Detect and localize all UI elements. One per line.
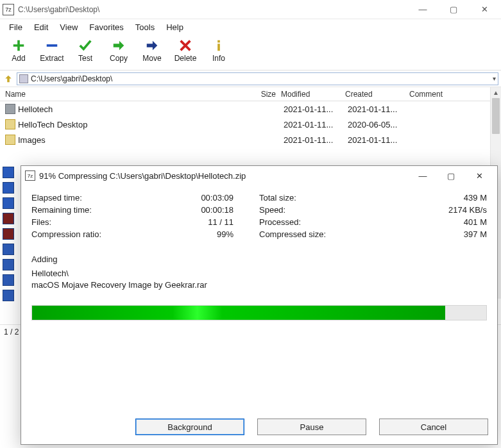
desktop-side-icons (3, 167, 14, 301)
elapsed-label: Elapsed time: (31, 193, 82, 203)
compressed-label: Compressed size: (259, 229, 326, 239)
x-icon (178, 38, 193, 53)
maximize-button[interactable]: ▢ (439, 1, 468, 19)
toolbar-test[interactable]: Test (69, 37, 101, 63)
elapsed-value: 00:03:09 (201, 193, 259, 203)
toolbar-add[interactable]: Add (3, 37, 35, 63)
col-comment[interactable]: Comment (409, 90, 501, 99)
folder-icon (5, 104, 15, 114)
processed-label: Processed: (259, 217, 301, 227)
disk-icon (19, 74, 28, 83)
toolbar-add-label: Add (12, 54, 25, 63)
col-name[interactable]: Name (0, 90, 250, 99)
files-label: Files: (31, 217, 51, 227)
file-icon (3, 290, 14, 301)
window-title: C:\Users\gabri\Desktop\ (18, 5, 409, 14)
toolbar-test-label: Test (78, 54, 92, 63)
compressed-value: 397 M (464, 229, 487, 239)
up-icon[interactable] (3, 73, 14, 85)
adding-block: Adding Hellotech\ macOS Mojave Recovery … (31, 254, 487, 291)
table-row[interactable]: HelloTech Desktop 2021-01-11... 2020-06-… (0, 117, 501, 132)
path-combo[interactable]: C:\Users\gabri\Desktop\ ▾ (17, 72, 498, 85)
svg-rect-1 (217, 40, 220, 43)
file-icon (3, 182, 14, 194)
toolbar-copy[interactable]: Copy (103, 37, 135, 63)
list-header: Name Size Modified Created Comment (0, 87, 501, 101)
toolbar-move-label: Move (142, 54, 161, 63)
col-size[interactable]: Size (250, 90, 281, 99)
titlebar: 7z C:\Users\gabri\Desktop\ — ▢ ✕ (0, 0, 501, 19)
files-value: 11 / 11 (208, 217, 259, 227)
menu-favorites[interactable]: Favorites (84, 21, 128, 34)
file-icon (3, 213, 14, 224)
check-icon (78, 38, 93, 53)
dialog-minimize-button[interactable]: — (409, 167, 437, 185)
background-button[interactable]: Background (135, 419, 244, 435)
table-row[interactable]: Hellotech 2021-01-11... 2021-01-11... (0, 101, 501, 117)
menubar: File Edit View Favorites Tools Help (0, 19, 501, 35)
menu-edit[interactable]: Edit (29, 21, 53, 34)
file-icon (3, 197, 14, 209)
processed-value: 401 M (464, 217, 487, 227)
dialog-titlebar: 7z 91% Compressing C:\Users\gabri\Deskto… (21, 166, 497, 185)
dialog-body: Elapsed time:00:03:09 Remaining time:00:… (21, 185, 497, 320)
cell-created: 2021-01-11... (348, 104, 412, 114)
arrow-right-blue-icon (144, 38, 160, 53)
menu-view[interactable]: View (55, 21, 83, 34)
chevron-down-icon[interactable]: ▾ (493, 75, 496, 82)
adding-label: Adding (31, 254, 487, 264)
minimize-button[interactable]: — (409, 1, 437, 19)
menu-file[interactable]: File (4, 21, 28, 34)
file-icon (5, 135, 15, 145)
file-icon (3, 228, 14, 240)
toolbar-extract[interactable]: Extract (36, 37, 68, 63)
col-created[interactable]: Created (345, 90, 409, 99)
scroll-thumb[interactable] (492, 98, 500, 134)
close-button[interactable]: ✕ (470, 1, 498, 19)
dialog-close-button[interactable]: ✕ (465, 167, 493, 185)
app-icon: 7z (3, 4, 14, 15)
svg-rect-0 (47, 44, 58, 47)
toolbar-copy-label: Copy (110, 54, 128, 63)
scroll-up-icon[interactable]: ▲ (491, 87, 501, 98)
cell-modified: 2021-01-11... (284, 120, 348, 129)
remaining-label: Remaining time: (31, 205, 92, 215)
total-label: Total size: (259, 193, 296, 203)
cell-modified: 2021-01-11... (284, 135, 348, 145)
file-icon (3, 259, 14, 270)
total-value: 439 M (464, 193, 487, 203)
speed-value: 2174 KB/s (448, 205, 487, 215)
cell-modified: 2021-01-11... (284, 104, 348, 114)
compress-dialog: 7z 91% Compressing C:\Users\gabri\Deskto… (21, 165, 498, 445)
progress-fill (32, 306, 445, 320)
toolbar: Add Extract Test Copy Move Delete Info (0, 35, 501, 71)
toolbar-move[interactable]: Move (136, 37, 168, 63)
col-modified[interactable]: Modified (281, 90, 345, 99)
svg-rect-2 (217, 44, 220, 51)
cell-created: 2020-06-05... (348, 120, 412, 129)
table-row[interactable]: Images 2021-01-11... 2021-01-11... (0, 132, 501, 147)
dialog-title: 91% Compressing C:\Users\gabri\Desktop\H… (39, 171, 409, 181)
toolbar-info-label: Info (212, 54, 225, 63)
toolbar-extract-label: Extract (40, 54, 64, 63)
speed-label: Speed: (259, 205, 285, 215)
info-icon (211, 38, 226, 53)
toolbar-info[interactable]: Info (203, 37, 235, 63)
remaining-value: 00:00:18 (201, 205, 259, 215)
ratio-label: Compression ratio: (31, 229, 101, 239)
stats-right: Total size:439 M Speed:2174 KB/s Process… (259, 192, 487, 240)
toolbar-delete[interactable]: Delete (169, 37, 201, 63)
adding-path-1: Hellotech\ (31, 268, 487, 279)
cancel-button[interactable]: Cancel (379, 419, 488, 435)
window-controls: — ▢ ✕ (409, 1, 498, 19)
menu-tools[interactable]: Tools (130, 21, 160, 34)
menu-help[interactable]: Help (161, 21, 189, 34)
toolbar-delete-label: Delete (174, 54, 197, 63)
path-bar: C:\Users\gabri\Desktop\ ▾ (0, 71, 501, 87)
stats: Elapsed time:00:03:09 Remaining time:00:… (31, 192, 487, 240)
dialog-maximize-button[interactable]: ▢ (437, 167, 465, 185)
pause-button[interactable]: Pause (257, 419, 366, 435)
cell-name: Images (18, 135, 253, 145)
stats-left: Elapsed time:00:03:09 Remaining time:00:… (31, 192, 259, 240)
minus-icon (44, 38, 60, 53)
